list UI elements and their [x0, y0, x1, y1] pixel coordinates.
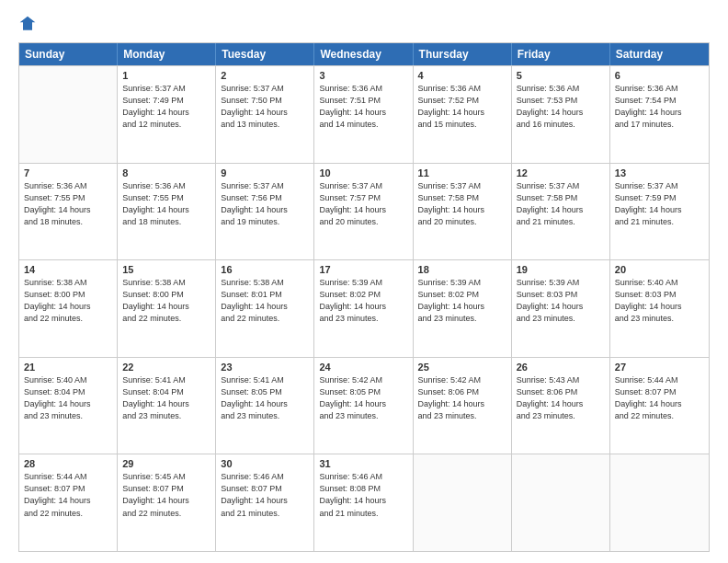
week-row-1: 1Sunrise: 5:37 AM Sunset: 7:49 PM Daylig… — [19, 65, 709, 163]
cal-cell: 12Sunrise: 5:37 AM Sunset: 7:58 PM Dayli… — [512, 164, 610, 260]
cal-cell: 23Sunrise: 5:41 AM Sunset: 8:05 PM Dayli… — [216, 358, 314, 454]
day-info: Sunrise: 5:40 AM Sunset: 8:03 PM Dayligh… — [615, 277, 704, 325]
day-info: Sunrise: 5:36 AM Sunset: 7:53 PM Dayligh… — [517, 83, 605, 131]
header-day-tuesday: Tuesday — [216, 43, 314, 65]
week-row-3: 14Sunrise: 5:38 AM Sunset: 8:00 PM Dayli… — [19, 259, 709, 357]
day-number: 20 — [615, 264, 704, 275]
day-number: 5 — [517, 70, 605, 81]
header-day-sunday: Sunday — [19, 43, 118, 65]
cal-cell: 17Sunrise: 5:39 AM Sunset: 8:02 PM Dayli… — [314, 260, 413, 357]
calendar-body: 1Sunrise: 5:37 AM Sunset: 7:49 PM Daylig… — [19, 65, 709, 551]
cal-cell: 3Sunrise: 5:36 AM Sunset: 7:51 PM Daylig… — [314, 66, 413, 163]
day-number: 31 — [319, 458, 407, 469]
header-day-saturday: Saturday — [610, 43, 709, 65]
day-number: 26 — [517, 362, 605, 373]
day-info: Sunrise: 5:41 AM Sunset: 8:04 PM Dayligh… — [122, 374, 210, 422]
week-row-4: 21Sunrise: 5:40 AM Sunset: 8:04 PM Dayli… — [19, 357, 709, 454]
day-info: Sunrise: 5:46 AM Sunset: 8:08 PM Dayligh… — [319, 471, 407, 519]
day-number: 9 — [221, 167, 309, 178]
day-info: Sunrise: 5:46 AM Sunset: 8:07 PM Dayligh… — [221, 471, 309, 519]
cal-cell: 16Sunrise: 5:38 AM Sunset: 8:01 PM Dayli… — [216, 260, 314, 357]
cal-cell: 25Sunrise: 5:42 AM Sunset: 8:06 PM Dayli… — [414, 358, 512, 454]
day-info: Sunrise: 5:42 AM Sunset: 8:05 PM Dayligh… — [319, 374, 407, 422]
day-info: Sunrise: 5:37 AM Sunset: 7:50 PM Dayligh… — [221, 83, 309, 131]
cal-cell: 22Sunrise: 5:41 AM Sunset: 8:04 PM Dayli… — [118, 358, 216, 454]
day-info: Sunrise: 5:38 AM Sunset: 8:01 PM Dayligh… — [221, 277, 309, 325]
day-number: 12 — [517, 167, 605, 178]
cal-cell — [414, 454, 512, 551]
cal-cell: 6Sunrise: 5:36 AM Sunset: 7:54 PM Daylig… — [610, 66, 709, 163]
cal-cell: 24Sunrise: 5:42 AM Sunset: 8:05 PM Dayli… — [314, 358, 413, 454]
cal-cell: 2Sunrise: 5:37 AM Sunset: 7:50 PM Daylig… — [216, 66, 314, 163]
day-info: Sunrise: 5:42 AM Sunset: 8:06 PM Dayligh… — [418, 374, 506, 422]
day-info: Sunrise: 5:37 AM Sunset: 7:59 PM Dayligh… — [615, 180, 704, 228]
week-row-2: 7Sunrise: 5:36 AM Sunset: 7:55 PM Daylig… — [19, 163, 709, 260]
day-info: Sunrise: 5:36 AM Sunset: 7:51 PM Dayligh… — [319, 83, 407, 131]
logo — [18, 15, 44, 33]
cal-cell: 1Sunrise: 5:37 AM Sunset: 7:49 PM Daylig… — [118, 66, 216, 163]
day-number: 30 — [221, 458, 309, 469]
day-number: 22 — [122, 362, 210, 373]
header-day-monday: Monday — [118, 43, 216, 65]
day-number: 2 — [221, 70, 309, 81]
cal-cell: 15Sunrise: 5:38 AM Sunset: 8:00 PM Dayli… — [118, 260, 216, 357]
day-info: Sunrise: 5:37 AM Sunset: 7:49 PM Dayligh… — [122, 83, 210, 131]
day-number: 17 — [319, 264, 407, 275]
day-number: 23 — [221, 362, 309, 373]
day-number: 11 — [418, 167, 506, 178]
day-info: Sunrise: 5:41 AM Sunset: 8:05 PM Dayligh… — [221, 374, 309, 422]
day-info: Sunrise: 5:39 AM Sunset: 8:02 PM Dayligh… — [418, 277, 506, 325]
cal-cell: 21Sunrise: 5:40 AM Sunset: 8:04 PM Dayli… — [19, 358, 118, 454]
day-info: Sunrise: 5:36 AM Sunset: 7:55 PM Dayligh… — [24, 180, 112, 228]
day-number: 19 — [517, 264, 605, 275]
cal-cell: 18Sunrise: 5:39 AM Sunset: 8:02 PM Dayli… — [414, 260, 512, 357]
day-number: 8 — [122, 167, 210, 178]
header-day-friday: Friday — [512, 43, 610, 65]
header-day-thursday: Thursday — [414, 43, 512, 65]
day-number: 7 — [24, 167, 112, 178]
cal-cell: 19Sunrise: 5:39 AM Sunset: 8:03 PM Dayli… — [512, 260, 610, 357]
day-info: Sunrise: 5:36 AM Sunset: 7:55 PM Dayligh… — [122, 180, 210, 228]
day-number: 28 — [24, 458, 112, 469]
day-number: 1 — [122, 70, 210, 81]
calendar: SundayMondayTuesdayWednesdayThursdayFrid… — [18, 42, 710, 552]
day-number: 14 — [24, 264, 112, 275]
cal-cell: 30Sunrise: 5:46 AM Sunset: 8:07 PM Dayli… — [216, 454, 314, 551]
day-info: Sunrise: 5:37 AM Sunset: 7:58 PM Dayligh… — [418, 180, 506, 228]
svg-marker-0 — [20, 17, 36, 30]
header — [18, 15, 710, 33]
day-info: Sunrise: 5:36 AM Sunset: 7:54 PM Dayligh… — [615, 83, 704, 131]
day-number: 21 — [24, 362, 112, 373]
header-day-wednesday: Wednesday — [314, 43, 413, 65]
day-number: 4 — [418, 70, 506, 81]
cal-cell — [610, 454, 709, 551]
day-info: Sunrise: 5:37 AM Sunset: 7:56 PM Dayligh… — [221, 180, 309, 228]
cal-cell: 7Sunrise: 5:36 AM Sunset: 7:55 PM Daylig… — [19, 164, 118, 260]
day-number: 24 — [319, 362, 407, 373]
day-info: Sunrise: 5:44 AM Sunset: 8:07 PM Dayligh… — [615, 374, 704, 422]
week-row-5: 28Sunrise: 5:44 AM Sunset: 8:07 PM Dayli… — [19, 454, 709, 551]
day-number: 10 — [319, 167, 407, 178]
cal-cell: 11Sunrise: 5:37 AM Sunset: 7:58 PM Dayli… — [414, 164, 512, 260]
page: SundayMondayTuesdayWednesdayThursdayFrid… — [0, 0, 728, 563]
cal-cell: 31Sunrise: 5:46 AM Sunset: 8:08 PM Dayli… — [314, 454, 413, 551]
cal-cell — [19, 66, 118, 163]
day-number: 6 — [615, 70, 704, 81]
day-number: 15 — [122, 264, 210, 275]
day-info: Sunrise: 5:40 AM Sunset: 8:04 PM Dayligh… — [24, 374, 112, 422]
day-number: 16 — [221, 264, 309, 275]
cal-cell: 10Sunrise: 5:37 AM Sunset: 7:57 PM Dayli… — [314, 164, 413, 260]
day-info: Sunrise: 5:38 AM Sunset: 8:00 PM Dayligh… — [122, 277, 210, 325]
day-info: Sunrise: 5:38 AM Sunset: 8:00 PM Dayligh… — [24, 277, 112, 325]
logo-icon — [18, 15, 37, 33]
cal-cell: 9Sunrise: 5:37 AM Sunset: 7:56 PM Daylig… — [216, 164, 314, 260]
day-info: Sunrise: 5:43 AM Sunset: 8:06 PM Dayligh… — [517, 374, 605, 422]
cal-cell: 4Sunrise: 5:36 AM Sunset: 7:52 PM Daylig… — [414, 66, 512, 163]
cal-cell: 5Sunrise: 5:36 AM Sunset: 7:53 PM Daylig… — [512, 66, 610, 163]
day-number: 18 — [418, 264, 506, 275]
day-number: 13 — [615, 167, 704, 178]
logo-row — [18, 15, 44, 33]
day-number: 25 — [418, 362, 506, 373]
day-info: Sunrise: 5:39 AM Sunset: 8:03 PM Dayligh… — [517, 277, 605, 325]
calendar-header: SundayMondayTuesdayWednesdayThursdayFrid… — [19, 43, 709, 65]
